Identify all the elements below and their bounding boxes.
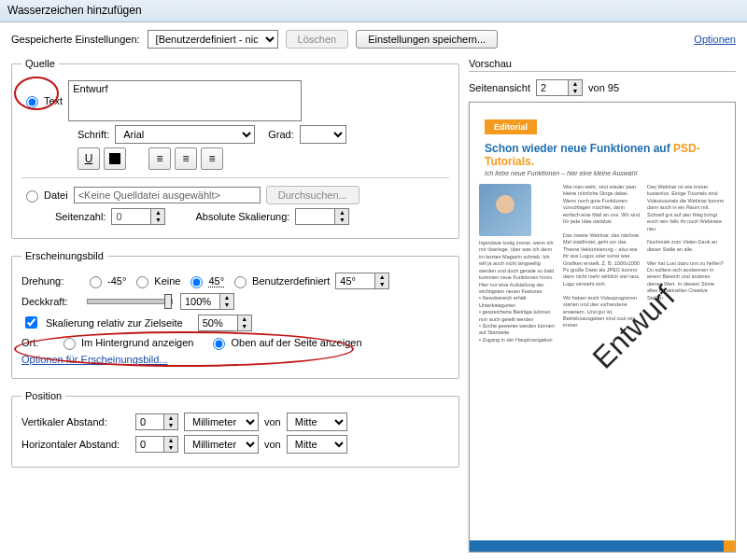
source-legend: Quelle — [21, 58, 59, 69]
font-label: Schrift: — [78, 129, 109, 140]
source-group: Quelle Text Entwurf Schrift: Arial Grad: — [11, 58, 459, 239]
size-label: Grad: — [268, 129, 294, 140]
opacity-label: Deckkraft: — [21, 296, 79, 307]
align-left-icon[interactable]: ≡ — [148, 147, 171, 170]
spin-down-icon[interactable]: ▼ — [569, 88, 582, 95]
watermark-text-input[interactable]: Entwurf — [68, 80, 302, 121]
align-center-icon[interactable]: ≡ — [175, 147, 197, 170]
hdist-input[interactable] — [135, 436, 163, 453]
page-view-label: Seitenansicht — [469, 82, 530, 93]
rot-neg45-label: -45° — [107, 275, 126, 287]
saved-settings-label: Gespeicherte Einstellungen: — [11, 34, 140, 45]
spin-up-icon: ▲ — [335, 209, 348, 217]
size-select[interactable] — [300, 125, 346, 144]
opacity-input[interactable] — [180, 293, 219, 310]
hdist-label: Horizontaler Abstand: — [21, 439, 130, 450]
spin-up-icon[interactable]: ▲ — [569, 80, 582, 88]
text-color-icon[interactable] — [104, 147, 126, 170]
source-text-radio[interactable] — [26, 96, 38, 108]
author-photo — [479, 184, 531, 236]
rot-custom-radio[interactable] — [234, 276, 247, 288]
hdist-ref-select[interactable]: Mitte — [287, 435, 347, 454]
rot-none-radio[interactable] — [136, 276, 148, 288]
align-right-icon[interactable]: ≡ — [201, 147, 223, 170]
spin-up-icon[interactable]: ▲ — [164, 414, 177, 422]
underline-icon[interactable]: U — [78, 147, 100, 170]
hdist-unit-select[interactable]: Millimeter — [184, 435, 259, 454]
font-select[interactable]: Arial — [115, 125, 255, 144]
rel-scale-input[interactable] — [198, 315, 237, 331]
abs-scale-label: Absolute Skalierung: — [195, 211, 289, 222]
spin-down-icon[interactable]: ▼ — [220, 301, 233, 309]
abs-scale-input — [295, 208, 334, 225]
appearance-group: Erscheinungsbild Drehung: -45° Keine 45°… — [11, 250, 459, 379]
position-group: Position Vertikaler Abstand: ▲▼ Millimet… — [11, 390, 459, 468]
vdist-ref-select[interactable]: Mitte — [287, 413, 347, 431]
source-file-label: Datei — [44, 189, 68, 201]
spin-down-icon: ▼ — [335, 217, 348, 224]
preview-subhead: Ich liebe neue Funktionen – hier eine kl… — [470, 168, 735, 178]
page-view-input[interactable] — [536, 79, 568, 96]
source-file-field — [74, 187, 261, 203]
page-footer-bar — [470, 540, 735, 552]
spin-down-icon[interactable]: ▼ — [164, 444, 177, 452]
spin-down-icon[interactable]: ▼ — [375, 281, 388, 288]
editorial-badge: Editorial — [485, 119, 537, 134]
spin-down-icon[interactable]: ▼ — [164, 422, 177, 429]
rel-scale-check[interactable] — [25, 316, 37, 329]
preview-page: Editorial Schon wieder neue Funktionen a… — [469, 102, 736, 553]
spin-up-icon[interactable]: ▲ — [375, 273, 388, 281]
browse-button[interactable]: Durchsuchen... — [266, 186, 359, 204]
rot-none-label: Keine — [154, 275, 180, 287]
spin-up-icon[interactable]: ▲ — [220, 294, 233, 301]
rot-custom-label: Benutzerdefiniert — [252, 275, 330, 287]
rot-45-label: 45° — [208, 275, 224, 287]
loc-behind-radio[interactable] — [63, 338, 76, 350]
saved-settings-select[interactable]: [Benutzerdefiniert - nicht gespeichert] — [148, 30, 278, 49]
spin-up-icon: ▲ — [151, 209, 164, 217]
vdist-label: Vertikaler Abstand: — [21, 416, 130, 427]
pagecount-label: Seitenzahl: — [55, 211, 106, 222]
location-label: Ort: — [21, 337, 53, 348]
rel-scale-label: Skalierung relativ zur Zielseite — [46, 317, 183, 329]
loc-behind-label: Im Hintergrund anzeigen — [81, 337, 193, 348]
preview-headline: Schon wieder neue Funktionen auf PSD-Tut… — [470, 142, 735, 168]
rot-neg45-radio[interactable] — [90, 276, 102, 288]
rot-45-radio[interactable] — [190, 276, 203, 288]
headline-text: Schon wieder neue Funktionen auf — [485, 142, 673, 155]
rot-custom-input[interactable] — [335, 273, 374, 289]
source-text-label: Text — [44, 95, 63, 106]
page-total-label: von 95 — [588, 82, 619, 93]
spin-down-icon[interactable]: ▼ — [238, 323, 251, 330]
spin-up-icon[interactable]: ▲ — [164, 437, 177, 444]
save-settings-button[interactable]: Einstellungen speichern... — [356, 30, 498, 49]
vdist-unit-select[interactable]: Millimeter — [184, 413, 259, 431]
appearance-legend: Erscheinungsbild — [21, 250, 107, 261]
opacity-slider[interactable] — [87, 299, 173, 304]
source-file-radio[interactable] — [26, 190, 38, 203]
delete-button[interactable]: Löschen — [286, 30, 349, 49]
rotation-label: Drehung: — [21, 275, 79, 287]
position-legend: Position — [21, 390, 65, 401]
pagecount-input — [111, 208, 150, 225]
hdist-from-label: von — [264, 439, 281, 450]
appearance-options-link[interactable]: Optionen für Erscheinungsbild... — [21, 354, 168, 365]
window-title: Wasserzeichen hinzufügen — [0, 0, 747, 22]
preview-legend: Vorschau — [469, 58, 736, 69]
loc-top-radio[interactable] — [213, 338, 225, 350]
vdist-from-label: von — [264, 416, 281, 427]
spin-down-icon: ▼ — [151, 217, 164, 224]
options-link[interactable]: Optionen — [694, 34, 736, 45]
loc-top-label: Oben auf der Seite anzeigen — [231, 337, 361, 348]
vdist-input[interactable] — [135, 413, 163, 430]
spin-up-icon[interactable]: ▲ — [238, 315, 251, 323]
